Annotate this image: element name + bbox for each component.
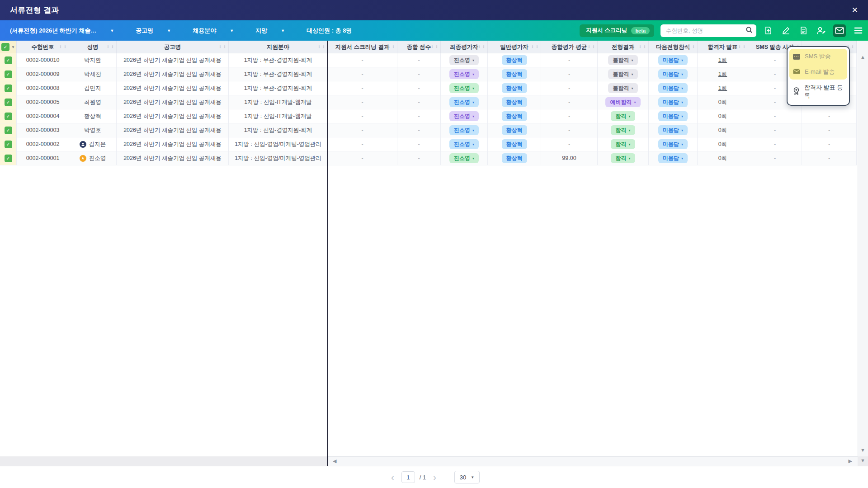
status-badge[interactable]: 황상혁 bbox=[502, 125, 527, 135]
chevron-down-icon[interactable]: ▼ bbox=[11, 45, 15, 49]
column-header-5[interactable]: 지원서 스크리닝 결과 ⋮⋮ bbox=[328, 41, 397, 53]
search-input[interactable] bbox=[666, 28, 745, 34]
row-checkbox-cell[interactable]: ✓ bbox=[0, 53, 17, 67]
row-checkbox-cell[interactable]: ✓ bbox=[0, 123, 17, 137]
column-resize-handle-icon[interactable]: ⋮⋮ bbox=[587, 44, 596, 49]
status-badge[interactable]: 진소영▾ bbox=[449, 83, 479, 93]
status-badge[interactable]: 미응답▾ bbox=[658, 139, 688, 149]
row-checkbox-cell[interactable]: ✓ bbox=[0, 95, 17, 109]
column-header-3[interactable]: 공고명 ⋮⋮ bbox=[117, 41, 229, 53]
table-row[interactable]: ✓0002-000001★진소영2026년 하반기 채솔기업 신입 공개채용1지… bbox=[0, 151, 857, 165]
list-view-icon[interactable] bbox=[853, 25, 863, 36]
status-badge[interactable]: 미응답▾ bbox=[658, 83, 688, 93]
column-header-7[interactable]: 최종평가자 ⋮⋮ bbox=[441, 41, 488, 53]
column-resize-handle-icon[interactable]: ⋮⋮ bbox=[530, 44, 539, 49]
application-screening-button[interactable]: 지원서 스크리닝 beta bbox=[580, 24, 654, 37]
checkbox-checked-icon[interactable]: ✓ bbox=[5, 155, 12, 162]
column-header-2[interactable]: 성명 ⋮⋮ bbox=[69, 41, 117, 53]
select-all-checkbox[interactable]: ✓ ▼ bbox=[0, 41, 17, 53]
scrollbar-track[interactable]: ◀ ▶ bbox=[328, 456, 858, 466]
column-header-8[interactable]: 일반평가자 ⋮⋮ bbox=[488, 41, 541, 53]
status-badge[interactable]: 황상혁 bbox=[502, 111, 527, 121]
pass-announcement-count[interactable]: 1회 bbox=[718, 70, 727, 78]
status-badge[interactable]: 불합격▾ bbox=[608, 69, 637, 79]
next-page-icon[interactable]: › bbox=[430, 473, 439, 482]
table-row[interactable]: ✓0002-000009박세찬2026년 하반기 채솔기업 신입 공개채용1지망… bbox=[0, 67, 857, 81]
scroll-right-icon[interactable]: ▶ bbox=[849, 458, 852, 464]
column-header-11[interactable]: 다음전형참석 ⋮⋮ bbox=[649, 41, 698, 53]
table-row[interactable]: ✓0002-000004황상혁2026년 하반기 채솔기업 신입 공개채용1지망… bbox=[0, 109, 857, 123]
table-row[interactable]: ✓0002-000005최원영2026년 하반기 채솔기업 신입 공개채용1지망… bbox=[0, 95, 857, 109]
column-resize-handle-icon[interactable]: ⋮⋮ bbox=[218, 44, 227, 49]
column-header-12[interactable]: 합격자 발표 ⋮⋮ bbox=[698, 41, 748, 53]
table-row[interactable]: ✓0002-000002김지은2026년 하반기 채솔기업 신입 공개채용1지망… bbox=[0, 137, 857, 151]
column-resize-handle-icon[interactable]: ⋮⋮ bbox=[430, 44, 439, 49]
scroll-left-icon[interactable]: ◀ bbox=[333, 458, 336, 464]
checkbox-checked-icon[interactable]: ✓ bbox=[5, 113, 12, 120]
column-resize-handle-icon[interactable]: ⋮⋮ bbox=[58, 44, 67, 49]
column-resize-handle-icon[interactable]: ⋮⋮ bbox=[106, 44, 115, 49]
frozen-column-divider[interactable] bbox=[327, 41, 328, 466]
close-icon[interactable]: ✕ bbox=[852, 6, 858, 14]
status-badge[interactable]: 진소영▾ bbox=[449, 125, 479, 135]
status-badge[interactable]: 황상혁 bbox=[502, 153, 527, 163]
status-badge[interactable]: 황상혁 bbox=[502, 83, 527, 93]
status-badge[interactable]: 미응답▾ bbox=[658, 69, 688, 79]
filter-preference[interactable]: 지망 ▼ bbox=[255, 27, 285, 35]
status-badge[interactable]: 미응답▾ bbox=[658, 153, 688, 163]
status-badge[interactable]: 황상혁 bbox=[502, 69, 527, 79]
status-badge[interactable]: 진소영▾ bbox=[449, 97, 479, 107]
status-badge[interactable]: 미응답▾ bbox=[658, 111, 688, 121]
page-size-select[interactable]: 30 ▼ bbox=[454, 471, 480, 483]
scroll-down-icon[interactable]: ▼ bbox=[860, 447, 865, 453]
row-checkbox-cell[interactable]: ✓ bbox=[0, 81, 17, 95]
menu-item-register-announcement[interactable]: 합격자 발표 등록 bbox=[789, 80, 847, 103]
person-edit-icon[interactable] bbox=[816, 25, 826, 36]
status-badge[interactable]: 진소영▾ bbox=[449, 139, 479, 149]
current-page-input[interactable]: 1 bbox=[401, 471, 415, 483]
status-badge[interactable]: 합격▾ bbox=[611, 153, 635, 163]
column-resize-handle-icon[interactable]: ⋮⋮ bbox=[477, 44, 486, 49]
status-badge[interactable]: 합격▾ bbox=[611, 111, 635, 121]
status-badge[interactable]: 불합격▾ bbox=[608, 55, 637, 65]
scroll-down-icon[interactable]: ▼ bbox=[860, 458, 865, 463]
mail-icon[interactable] bbox=[833, 24, 846, 37]
column-resize-handle-icon[interactable]: ⋮⋮ bbox=[737, 44, 746, 49]
table-row[interactable]: ✓0002-000008김민지2026년 하반기 채솔기업 신입 공개채용1지망… bbox=[0, 81, 857, 95]
filter-recruit-field[interactable]: 채용분야 ▼ bbox=[193, 27, 234, 35]
status-badge[interactable]: 황상혁 bbox=[502, 97, 527, 107]
scroll-up-icon[interactable]: ▲ bbox=[860, 54, 865, 60]
status-badge[interactable]: 진소영▾ bbox=[449, 111, 479, 121]
checkbox-checked-icon[interactable]: ✓ bbox=[5, 99, 12, 106]
pass-announcement-count[interactable]: 1회 bbox=[718, 84, 727, 92]
status-badge[interactable]: 진소영▾ bbox=[449, 55, 479, 65]
search-box[interactable] bbox=[660, 24, 756, 37]
pass-announcement-count[interactable]: 1회 bbox=[718, 56, 727, 64]
column-header-1[interactable]: 수험번호 ⋮⋮ bbox=[17, 41, 69, 53]
status-badge[interactable]: 합격▾ bbox=[611, 125, 635, 135]
status-badge[interactable]: 황상혁 bbox=[502, 55, 527, 65]
filter-step[interactable]: (서류전형) 2026년 하반기 채솔… ▼ bbox=[10, 27, 114, 35]
doc-upload-icon[interactable] bbox=[763, 25, 774, 36]
column-resize-handle-icon[interactable]: ⋮⋮ bbox=[687, 44, 696, 49]
table-row[interactable]: ✓0002-000003박영호2026년 하반기 채솔기업 신입 공개채용1지망… bbox=[0, 123, 857, 137]
row-checkbox-cell[interactable]: ✓ bbox=[0, 151, 17, 165]
status-badge[interactable]: 진소영▾ bbox=[449, 69, 479, 79]
checkbox-checked-icon[interactable]: ✓ bbox=[5, 70, 12, 78]
vertical-scrollbar[interactable]: ▲ ▼ bbox=[858, 41, 868, 456]
checkbox-checked-icon[interactable]: ✓ bbox=[5, 84, 12, 92]
status-badge[interactable]: 황상혁 bbox=[502, 139, 527, 149]
column-resize-handle-icon[interactable]: ⋮⋮ bbox=[387, 44, 396, 49]
status-badge[interactable]: 합격▾ bbox=[611, 139, 635, 149]
status-badge[interactable]: 예비합격▾ bbox=[605, 97, 640, 107]
table-row[interactable]: ✓0002-000010박지환2026년 하반기 채솔기업 신입 공개채용1지망… bbox=[0, 53, 857, 67]
doc-report-icon[interactable] bbox=[798, 25, 809, 36]
column-header-4[interactable]: 지원분야 ⋮⋮ bbox=[229, 41, 328, 53]
status-badge[interactable]: 불합격▾ bbox=[608, 83, 637, 93]
menu-item-sms-send[interactable]: ··· SMS 발송 bbox=[789, 49, 847, 64]
column-header-10[interactable]: 전형결과 ⋮⋮ bbox=[598, 41, 649, 53]
edit-pencil-icon[interactable] bbox=[780, 25, 791, 36]
checkbox-checked-icon[interactable]: ✓ bbox=[5, 127, 12, 134]
column-resize-handle-icon[interactable]: ⋮⋮ bbox=[317, 44, 326, 49]
column-header-9[interactable]: 종합평가 평균 ⋮⋮ bbox=[541, 41, 598, 53]
